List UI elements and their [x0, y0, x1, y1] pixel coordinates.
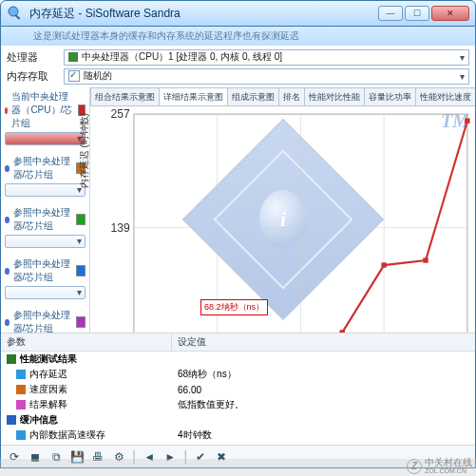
svg-rect-28: [423, 257, 428, 262]
sidebar-select-3[interactable]: ▾: [5, 286, 86, 299]
bullet-icon: [5, 217, 10, 223]
results-col-value: 设定值: [172, 333, 212, 351]
maximize-button[interactable]: ☐: [405, 6, 429, 21]
sidebar-group-label: 参照中央处理器/芯片组: [5, 309, 86, 333]
row-icon: [16, 385, 26, 394]
tab-6[interactable]: 性能对比速度: [415, 87, 475, 105]
chevron-down-icon: ▾: [460, 52, 465, 63]
svg-text:257: 257: [111, 107, 130, 121]
svg-text:139: 139: [111, 221, 130, 235]
chart-svg: 1 139 2571千字节（kB）16千字节（kB）256千字节（kB）4兆字节…: [90, 106, 475, 333]
cpu-select-value: 中央处理器（CPU）1 [处理器 0, 内核 0, 线程 0]: [82, 50, 282, 64]
svg-rect-27: [381, 262, 386, 267]
sidebar-group-label: 当前中央处理器（CPU）/芯片组: [5, 90, 86, 130]
close-button[interactable]: ✕: [431, 6, 469, 21]
cpu-select[interactable]: 中央处理器（CPU）1 [处理器 0, 内核 0, 线程 0] ▾: [64, 49, 469, 66]
color-swatch[interactable]: [76, 265, 86, 276]
minimize-button[interactable]: —: [378, 6, 403, 21]
results-row: 内存延迟68纳秒（ns）: [1, 367, 475, 382]
window-title: 内存延迟 - SiSoftware Sandra: [29, 6, 181, 22]
results-row: 结果解释低指数值更好。: [1, 397, 475, 412]
chart-annotation: 68.2纳秒（ns）: [200, 299, 268, 315]
chart-y-label: 内存延迟 (时钟数): [78, 113, 91, 188]
chevron-down-icon: ▾: [77, 236, 82, 246]
results-section: 性能测试结果: [1, 352, 475, 367]
sidebar-select-0[interactable]: ▾: [5, 132, 86, 145]
cpu-label: 处理器: [7, 50, 64, 65]
svg-rect-26: [340, 330, 345, 333]
bullet-icon: [5, 268, 10, 275]
sidebar-group-label: 参照中央处理器/芯片组: [5, 155, 86, 181]
results-col-param: 参数: [1, 333, 172, 351]
tab-4[interactable]: 性能对比性能: [304, 87, 365, 105]
sidebar-select-1[interactable]: ▾: [5, 183, 86, 197]
tab-1[interactable]: 详细结果示意图: [159, 87, 228, 105]
chevron-down-icon: ▾: [77, 287, 82, 297]
row-icon: [16, 370, 26, 379]
access-checkbox[interactable]: [68, 70, 80, 82]
row-icon: [16, 430, 26, 440]
color-swatch[interactable]: [76, 316, 86, 328]
cpu-chip-icon: [68, 52, 78, 62]
window-subtitle: 这是测试处理器本身的缓存和内存系统的延迟程序也有探测延迟: [0, 27, 476, 46]
bullet-icon: [5, 107, 8, 114]
tab-0[interactable]: 组合结果示意图: [90, 87, 160, 105]
image-watermark: Z 中关村在线 ZOL.COM.CN: [407, 458, 472, 474]
color-swatch[interactable]: [76, 214, 86, 225]
sidebar-group-label: 参照中央处理器/芯片组: [5, 257, 86, 284]
results-row: 内部数据高速缓存4时钟数: [1, 428, 475, 443]
sidebar: 当前中央处理器（CPU）/芯片组 ▾ 参照中央处理器/芯片组 ▾ 参照中央处理器…: [1, 87, 90, 333]
tab-2[interactable]: 组成示意图: [227, 87, 279, 105]
results-header: 参数 设定值: [1, 333, 475, 352]
tab-bar: 组合结果示意图详细结果示意图组成示意图排名性能对比性能容量比功率性能对比速度: [90, 87, 475, 106]
window-titlebar: 内存延迟 - SiSoftware Sandra — ☐ ✕: [0, 0, 476, 27]
svg-rect-1: [15, 14, 21, 20]
access-label: 内存存取: [7, 69, 64, 84]
access-select-value: 随机的: [84, 69, 112, 83]
results-row: 速度因素66.00: [1, 382, 475, 397]
app-icon: [7, 5, 24, 22]
bullet-icon: [5, 319, 10, 326]
results-section: 缓冲信息: [1, 412, 475, 428]
tab-5[interactable]: 容量比功率: [364, 87, 416, 105]
bullet-icon: [5, 165, 10, 172]
row-icon: [16, 400, 26, 409]
results-panel: 参数 设定值 性能测试结果内存延迟68纳秒（ns）速度因素66.00结果解释低指…: [1, 333, 475, 445]
section-icon: [7, 354, 16, 364]
access-select[interactable]: 随机的 ▾: [64, 68, 469, 85]
image-watermark-bar: [0, 459, 476, 476]
svg-rect-29: [465, 118, 469, 123]
sidebar-select-2[interactable]: ▾: [5, 235, 86, 248]
sidebar-group-label: 参照中央处理器/芯片组: [5, 206, 86, 233]
chevron-down-icon: ▾: [460, 71, 465, 82]
chart-area: i TM 内存延迟 (时钟数) 1 139 2571千字节（kB）16千字节（k…: [90, 106, 475, 333]
tab-3[interactable]: 排名: [278, 87, 305, 105]
section-icon: [7, 415, 16, 425]
